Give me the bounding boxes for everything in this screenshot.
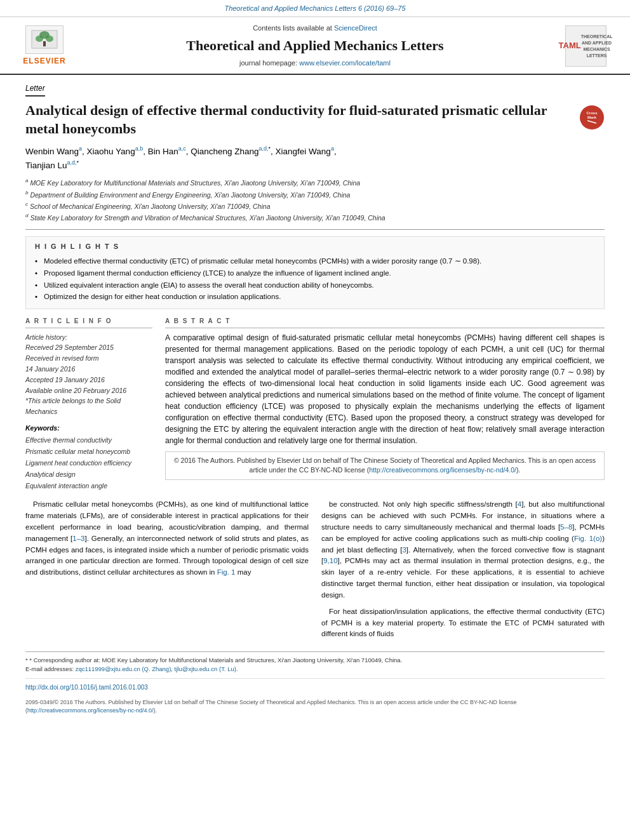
keywords-section: Keywords: Effective thermal conductivity… <box>25 423 152 491</box>
abstract-text: A comparative optimal design of fluid-sa… <box>165 332 605 446</box>
ref-5-8-link[interactable]: 5–8 <box>560 523 572 531</box>
affiliation-d: d State Key Laboratory for Strength and … <box>25 212 605 223</box>
affiliation-b: b Department of Building Environment and… <box>25 189 605 200</box>
article-info-header: A R T I C L E I N F O <box>25 317 152 328</box>
contents-text: Contents lists available at <box>253 24 332 32</box>
footer-cc-link[interactable]: http://creativecommons.org/licenses/by-n… <box>27 707 154 714</box>
keyword-5: Equivalent interaction angle <box>25 481 152 492</box>
keyword-2: Prismatic cellular metal honeycomb <box>25 446 152 458</box>
email-label: E-mail addresses: <box>25 665 74 672</box>
accepted-date: Accepted 19 January 2016 <box>25 375 152 385</box>
journal-citation-text: Theoretical and Applied Mechanics Letter… <box>224 4 405 12</box>
taml-logo-image: TAML THEORETICALAND APPLIEDMECHANICSLETT… <box>565 25 607 67</box>
svg-point-2 <box>36 36 43 42</box>
email-link[interactable]: zqc111999@xjtu.edu.cn (Q. Zhang), tjlu@x… <box>76 665 238 672</box>
highlight-item-2: Proposed ligament thermal conduction eff… <box>35 268 595 279</box>
elsevier-logo-area: ELSEVIER <box>19 25 70 67</box>
body-right-para-1: be constructed. Not only high specific s… <box>321 499 605 601</box>
separator <box>25 229 605 230</box>
keyword-3: Ligament heat conduction efficiency <box>25 458 152 469</box>
body-left-para-1: Prismatic cellular metal honeycombs (PCM… <box>25 499 309 578</box>
abstract-col: A B S T R A C T A comparative optimal de… <box>165 317 605 491</box>
article-info-abstract-section: A R T I C L E I N F O Article history: R… <box>25 317 605 491</box>
taml-acronym: TAML <box>559 40 581 52</box>
revised-label: Received in revised form <box>25 353 152 364</box>
homepage-line: journal homepage: www.elsevier.com/locat… <box>70 58 560 69</box>
svg-text:Cross: Cross <box>586 111 598 115</box>
header-center: Contents lists available at ScienceDirec… <box>70 23 560 69</box>
sciencedirect-link[interactable]: ScienceDirect <box>334 24 377 32</box>
journal-title: Theoretical and Applied Mechanics Letter… <box>70 36 560 56</box>
body-left-col: Prismatic cellular metal honeycombs (PCM… <box>25 499 309 645</box>
affiliation-c: c School of Mechanical Engineering, Xi'a… <box>25 201 605 211</box>
body-text-section: Prismatic cellular metal honeycombs (PCM… <box>25 499 605 645</box>
doi-link[interactable]: http://dx.doi.org/10.1016/j.taml.2016.01… <box>25 684 148 691</box>
affiliation-a: a MOE Key Laboratory for Multifunctional… <box>25 177 605 188</box>
available-date: Available online 20 February 2016 <box>25 385 152 396</box>
ref-1-3-link[interactable]: 1–3 <box>72 535 84 542</box>
ref-9-10-link[interactable]: 9,10 <box>323 557 337 564</box>
keywords-list: Effective thermal conductivity Prismatic… <box>25 435 152 491</box>
abstract-paragraph: A comparative optimal design of fluid-sa… <box>165 332 605 446</box>
highlights-list: Modeled effective thermal conductivity (… <box>35 256 595 302</box>
copyright-text: © 2016 The Authors. Published by Elsevie… <box>174 457 596 474</box>
svg-rect-4 <box>43 41 46 46</box>
contents-available-line: Contents lists available at ScienceDirec… <box>70 23 560 34</box>
article-info-col: A R T I C L E I N F O Article history: R… <box>25 317 152 491</box>
body-right-col: be constructed. Not only high specific s… <box>321 499 605 645</box>
highlight-item-3: Utilized equivalent interaction angle (E… <box>35 280 595 291</box>
article-note: *This article belongs to the Solid Mecha… <box>25 396 152 417</box>
taml-logo-area: TAML THEORETICALAND APPLIEDMECHANICSLETT… <box>560 25 611 67</box>
ref-3-link[interactable]: 3 <box>402 546 406 554</box>
ref-4-link[interactable]: 4 <box>518 500 521 508</box>
body-right-para-2: For heat dissipation/insulation applicat… <box>321 606 605 640</box>
article-title: Analytical design of effective thermal c… <box>25 102 570 138</box>
copyright-notice: © 2016 The Authors. Published by Elsevie… <box>165 451 605 481</box>
homepage-link[interactable]: www.elsevier.com/locate/taml <box>299 59 391 67</box>
main-content: Letter Analytical design of effective th… <box>0 75 630 728</box>
article-type-badge: Letter <box>25 83 45 97</box>
authors-line: Wenbin Wanga, Xiaohu Yanga,b, Bin Hana,c… <box>25 144 605 172</box>
cc-license-link[interactable]: http://creativecommons.org/licenses/by-n… <box>369 466 516 474</box>
corresponding-author-text: * Corresponding author at: MOE Key Labor… <box>29 657 402 663</box>
journal-citation-bar: Theoretical and Applied Mechanics Letter… <box>0 0 630 17</box>
history-label: Article history: <box>25 332 152 343</box>
fig1-link-left[interactable]: Fig. 1 <box>217 568 236 576</box>
journal-header: ELSEVIER Contents lists available at Sci… <box>0 17 630 75</box>
email-footnote: E-mail addresses: zqc111999@xjtu.edu.cn … <box>25 665 605 674</box>
homepage-label: journal homepage: <box>239 59 297 67</box>
fig1o-link[interactable]: Fig. 1(o) <box>574 535 602 542</box>
abstract-header: A B S T R A C T <box>165 317 605 328</box>
corresponding-author-footnote: * * Corresponding author at: MOE Key Lab… <box>25 656 605 665</box>
elsevier-wordmark: ELSEVIER <box>23 56 65 67</box>
crossmark-icon: Cross Mark <box>579 105 605 130</box>
elsevier-logo-image <box>25 25 64 54</box>
footer-section: * * Corresponding author at: MOE Key Lab… <box>25 651 605 674</box>
received-date: Received 29 September 2015 <box>25 342 152 353</box>
highlight-item-1: Modeled effective thermal conductivity (… <box>35 256 595 267</box>
highlights-section: H I G H L I G H T S Modeled effective th… <box>25 236 605 309</box>
page-footer-text: 2095-0349/© 2016 The Authors. Published … <box>25 699 517 714</box>
taml-subtext: THEORETICALAND APPLIEDMECHANICSLETTERS <box>581 34 613 60</box>
svg-point-3 <box>46 36 53 42</box>
crossmark-badge: Cross Mark <box>580 105 604 130</box>
highlights-title: H I G H L I G H T S <box>35 242 595 252</box>
revised-date: 14 January 2016 <box>25 364 152 375</box>
keywords-label: Keywords: <box>25 423 152 433</box>
svg-text:Mark: Mark <box>587 116 597 119</box>
doi-bar: http://dx.doi.org/10.1016/j.taml.2016.01… <box>25 678 605 696</box>
article-history: Article history: Received 29 September 2… <box>25 332 152 417</box>
keyword-1: Effective thermal conductivity <box>25 435 152 446</box>
article-title-row: Analytical design of effective thermal c… <box>25 102 605 138</box>
highlight-item-4: Optimized the design for either heat con… <box>35 291 595 302</box>
page: Theoretical and Applied Mechanics Letter… <box>0 0 630 840</box>
page-footer: 2095-0349/© 2016 The Authors. Published … <box>25 698 605 716</box>
affiliations: a MOE Key Laboratory for Multifunctional… <box>25 177 605 223</box>
keyword-4: Analytical design <box>25 469 152 481</box>
